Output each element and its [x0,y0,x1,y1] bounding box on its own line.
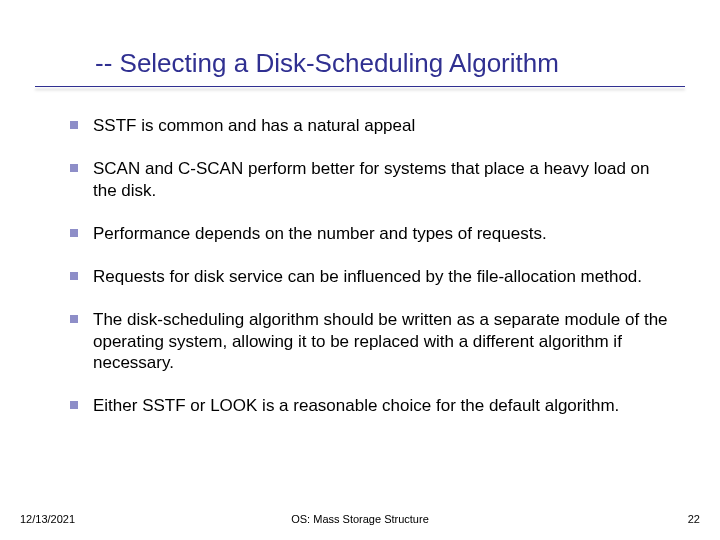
list-item: Performance depends on the number and ty… [70,223,675,244]
square-bullet-icon [70,229,78,237]
list-item: Either SSTF or LOOK is a reasonable choi… [70,395,675,416]
list-item-text: SCAN and C-SCAN perform better for syste… [93,158,675,201]
square-bullet-icon [70,164,78,172]
list-item: The disk-scheduling algorithm should be … [70,309,675,373]
list-item-text: The disk-scheduling algorithm should be … [93,309,675,373]
footer-center-text: OS: Mass Storage Structure [0,513,720,525]
slide-content: SSTF is common and has a natural appeal … [70,115,675,438]
list-item: SSTF is common and has a natural appeal [70,115,675,136]
square-bullet-icon [70,121,78,129]
list-item-text: Requests for disk service can be influen… [93,266,675,287]
slide-title: -- Selecting a Disk-Scheduling Algorithm [95,48,680,79]
title-underline [35,86,685,87]
list-item-text: Performance depends on the number and ty… [93,223,675,244]
square-bullet-icon [70,315,78,323]
slide: -- Selecting a Disk-Scheduling Algorithm… [0,0,720,540]
footer-page-number: 22 [688,513,700,525]
list-item-text: Either SSTF or LOOK is a reasonable choi… [93,395,675,416]
square-bullet-icon [70,272,78,280]
list-item: Requests for disk service can be influen… [70,266,675,287]
square-bullet-icon [70,401,78,409]
list-item: SCAN and C-SCAN perform better for syste… [70,158,675,201]
list-item-text: SSTF is common and has a natural appeal [93,115,675,136]
